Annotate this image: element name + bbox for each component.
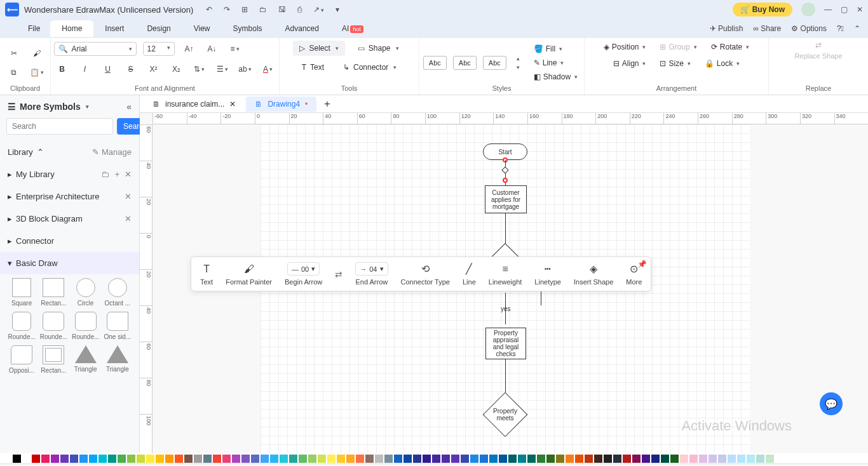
color-swatch[interactable] [337,455,345,463]
ft-format-painter[interactable]: 🖌Format Painter [226,263,272,286]
color-swatch[interactable] [299,455,307,463]
color-swatch[interactable] [165,455,173,463]
replace-shape-icon[interactable]: ⇄ [815,41,822,50]
color-swatch[interactable] [651,455,660,463]
color-swatch[interactable] [289,455,297,463]
ft-begin-arrow[interactable]: — 00 ▾Begin Arrow [285,262,322,286]
color-swatch[interactable] [308,455,316,463]
tab-symbols[interactable]: Symbols [222,20,274,37]
manage-button[interactable]: ✎ Manage [92,147,132,157]
add-tab-icon[interactable]: + [318,98,336,110]
color-swatch[interactable] [280,455,288,463]
ft-insert-shape[interactable]: ◈Insert Shape [574,263,613,286]
ft-connector-type[interactable]: ⟲Connector Type [401,263,450,286]
color-swatch[interactable] [346,455,355,463]
open-icon[interactable]: 🗀 [259,5,267,14]
redo-icon[interactable]: ↷ [224,5,230,14]
color-swatch[interactable] [432,455,440,463]
color-swatch[interactable] [232,455,240,463]
style-down-icon[interactable]: ▾ [517,64,520,70]
flow-decision2[interactable]: Property meets [483,392,528,437]
color-swatch[interactable] [623,455,631,463]
connector-line[interactable] [505,213,506,245]
collapse-ribbon-icon[interactable]: ⌃ [854,24,860,33]
color-swatch[interactable] [566,455,574,463]
color-swatch[interactable] [747,455,755,463]
case-icon[interactable]: ab▾ [237,61,254,77]
ft-lineweight[interactable]: ≡Lineweight [489,263,522,286]
color-swatch[interactable] [489,455,498,463]
fill-button[interactable]: 🪣 Fill▾ [531,43,580,55]
style-up-icon[interactable]: ▴ [517,55,520,62]
junction-diamond[interactable] [501,166,508,173]
cat-3d[interactable]: ▸ 3D Block Diagram✕ [0,208,139,230]
style-preset-2[interactable]: Abc [453,56,477,70]
replace-shape-button[interactable]: Replace Shape [794,52,842,60]
options-button[interactable]: ⚙ Options [791,24,827,33]
ft-line[interactable]: ╱Line [463,263,476,286]
flow-process1[interactable]: Customer applies for mortgage [485,185,527,213]
paste-icon[interactable]: 📋▾ [29,64,45,81]
color-swatch[interactable] [118,455,126,463]
swap-arrows-icon[interactable]: ⇄ [335,269,342,279]
cat-connector[interactable]: ▸ Connector [0,230,139,252]
close-icon[interactable]: ✕ [857,5,863,14]
color-swatch[interactable] [241,455,250,463]
ft-end-arrow[interactable]: → 04 ▾End Arrow [355,262,388,286]
color-swatch[interactable] [585,455,593,463]
color-swatch[interactable] [737,455,745,463]
sidebar-header[interactable]: ☰ More Symbols▾ « [0,95,139,118]
tab-advanced[interactable]: Advanced [274,20,330,37]
tab-insert[interactable]: Insert [93,20,135,37]
share-button[interactable]: ∞ Share [753,24,781,33]
color-swatch[interactable] [270,455,278,463]
color-swatch[interactable] [261,455,269,463]
position-button[interactable]: ◈ Position▾ [601,41,649,53]
color-swatch[interactable] [728,455,736,463]
shape-rounded3[interactable] [75,312,97,331]
color-swatch[interactable] [98,455,107,463]
color-swatch[interactable] [365,455,374,463]
color-swatch[interactable] [70,455,78,463]
user-avatar[interactable] [801,3,815,17]
underline-icon[interactable]: U [100,61,116,77]
pin-icon[interactable]: 📌 [637,260,647,269]
rotate-button[interactable]: ⟳ Rotate▾ [709,41,752,53]
color-swatch[interactable] [613,455,621,463]
strike-icon[interactable]: S [123,61,139,77]
color-swatch[interactable] [661,455,669,463]
color-swatch[interactable] [41,455,50,463]
new-icon[interactable]: ⊞ [241,5,248,14]
tab-home[interactable]: Home [50,20,93,37]
doctab-insurance[interactable]: 🗎insurance claim...✕ [144,97,245,112]
cut-icon[interactable]: ✂ [6,45,22,62]
group-button[interactable]: ⊞ Group▾ [657,41,699,53]
color-swatch[interactable] [327,455,336,463]
color-swatch[interactable] [51,455,59,463]
connect-point[interactable] [503,178,508,183]
italic-icon[interactable]: I [77,61,93,77]
style-preset-1[interactable]: Abc [423,56,447,70]
shape-octant[interactable] [108,278,127,297]
shape-onesided[interactable] [107,312,128,331]
superscript-icon[interactable]: X² [146,61,162,77]
help-icon[interactable]: ?⃝ [837,24,844,33]
color-swatch[interactable] [699,455,707,463]
shape-circle[interactable] [76,278,95,297]
font-family-select[interactable]: 🔍Arial▾ [54,42,137,56]
line-spacing-icon[interactable]: ⇅▾ [191,61,208,77]
font-size-select[interactable]: 12▾ [143,42,175,56]
format-painter-icon[interactable]: 🖌 [29,45,45,62]
folder-icon[interactable]: 🗀 [101,170,109,179]
close-cat-icon[interactable]: ✕ [125,170,132,179]
library-row[interactable]: Library ⌃ ✎ Manage [0,141,139,163]
color-swatch[interactable] [79,455,88,463]
align-icon[interactable]: ≡▾ [227,41,243,57]
color-swatch[interactable] [756,455,764,463]
tab-view[interactable]: View [182,20,222,37]
shape-rectangle[interactable] [43,278,64,297]
color-swatch[interactable] [537,455,545,463]
shadow-button[interactable]: ◧ Shadow▾ [531,70,580,83]
add-icon[interactable]: + [114,170,119,179]
shape-rect-inner[interactable] [43,345,64,364]
